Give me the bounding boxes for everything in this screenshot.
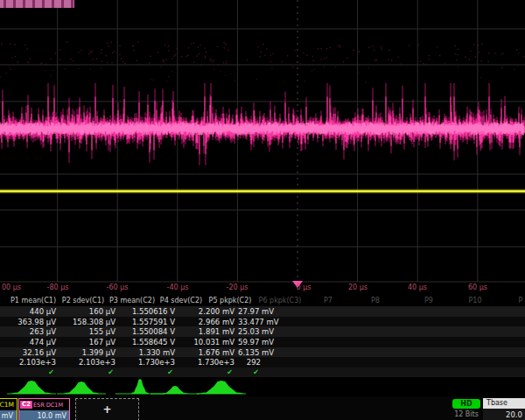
- persistence-speckles: [0, 41, 524, 82]
- measure-row: 474 µV167 µV1.558645 V10.031 mV59.97 mV: [0, 337, 525, 347]
- param-header-unused[interactable]: P8: [371, 297, 380, 304]
- hd-mode-badge: HD: [452, 399, 480, 409]
- measurement-value: 2.103e+3: [60, 358, 119, 367]
- param-header-unused[interactable]: P6 pkpk(C3): [259, 297, 302, 304]
- param-header[interactable]: P1 mean(C1): [10, 297, 56, 304]
- time-axis-label: 0 µs: [297, 284, 312, 291]
- measurement-value: 474 µV: [0, 338, 60, 346]
- measurement-value: 1.399 µV: [60, 348, 119, 357]
- measurement-value: 263 µV: [0, 327, 60, 336]
- measurement-value: 440 µV: [0, 307, 60, 316]
- param-header-unused[interactable]: P10: [468, 297, 481, 304]
- measurement-value: 32.16 µV: [0, 348, 60, 357]
- measurement-value: 25.03 mV: [238, 327, 264, 336]
- measurement-value: 155 µV: [60, 327, 119, 336]
- measurement-value: 2.966 mV: [178, 318, 238, 326]
- c1-descriptor-title: C1M: [0, 399, 17, 410]
- hd-bits-label: 12 Bits: [447, 410, 486, 418]
- timebase-box[interactable]: Tbase 20.0 µs: [483, 398, 525, 420]
- measurement-value: 160 µV: [60, 307, 119, 316]
- histicon[interactable]: [7, 381, 56, 394]
- param-header[interactable]: P4 sdev(C2): [160, 297, 202, 304]
- time-axis-label: -60 µs: [107, 284, 129, 291]
- measurement-value: 1.550616 V: [119, 307, 178, 316]
- timebase-title: Tbase: [483, 398, 525, 409]
- measure-rows: 440 µV160 µV1.550616 V2.200 mV27.97 mV36…: [0, 306, 525, 377]
- measurement-value: 1.676 mV: [178, 348, 238, 357]
- param-header[interactable]: P3 mean(C2): [109, 297, 155, 304]
- timebase-value: 20.0 µs: [483, 409, 525, 420]
- status-check-icon: ✔: [238, 368, 264, 376]
- oscilloscope-screen: 00 µs-80 µs-60 µs-40 µs-20 µs0 µs20 µs40…: [0, 0, 525, 420]
- c1-coupling-label: C1M: [0, 401, 14, 409]
- c2-waveform[interactable]: [0, 83, 524, 165]
- bottom-bar: C1M 0 mV C2 ESR DC1M 10.0 mV + HD 12 Bit…: [0, 396, 525, 420]
- param-header-unused[interactable]: P: [519, 297, 523, 304]
- c1-waveform[interactable]: [0, 189, 525, 193]
- measure-row: 363.98 µV158.308 µV1.557591 V2.966 mV33.…: [0, 317, 525, 327]
- measurement-value: 10.031 mV: [178, 338, 238, 346]
- c2-descriptor-box[interactable]: C2 ESR DC1M 10.0 mV: [18, 398, 70, 420]
- measurement-value: 2.200 mV: [178, 307, 238, 316]
- histicon[interactable]: [57, 382, 106, 394]
- time-axis-label: -20 µs: [227, 284, 248, 291]
- measurement-value: 1.557591 V: [119, 318, 178, 326]
- measurement-value: 33.477 mV: [238, 318, 264, 326]
- time-axis-label: 40 µs: [408, 284, 427, 291]
- measurement-value: 27.97 mV: [238, 307, 264, 316]
- measurement-value: 1.891 mV: [178, 327, 238, 336]
- time-axis-label: 60 µs: [468, 284, 487, 291]
- param-header[interactable]: P2 sdev(C1): [62, 297, 104, 304]
- measurement-value: 1.330 mV: [119, 348, 178, 357]
- time-axis-label: -80 µs: [47, 284, 69, 291]
- top-left-overlay: [0, 0, 74, 8]
- time-axis-labels: 00 µs-80 µs-60 µs-40 µs-20 µs0 µs20 µs40…: [2, 284, 487, 291]
- add-trace-button[interactable]: +: [75, 398, 139, 420]
- time-axis-label: 00 µs: [2, 284, 21, 291]
- status-check-icon: ✔: [119, 368, 178, 376]
- measurement-value: 59.97 mV: [238, 338, 264, 346]
- histicon[interactable]: [150, 386, 200, 394]
- histicon[interactable]: [197, 381, 246, 394]
- param-header-unused[interactable]: P7: [324, 297, 332, 304]
- measurement-value: 167 µV: [60, 338, 119, 346]
- time-axis-label: 20 µs: [348, 284, 368, 291]
- waveform-display[interactable]: 00 µs-80 µs-60 µs-40 µs-20 µs0 µs20 µs40…: [0, 0, 525, 294]
- histicon[interactable]: [116, 379, 164, 394]
- c2-descriptor-title: C2 ESR DC1M: [19, 399, 69, 410]
- c1-scale-value: 0 mV: [0, 410, 17, 420]
- histicon-strip: [0, 378, 525, 396]
- measure-row: 440 µV160 µV1.550616 V2.200 mV27.97 mV: [0, 306, 525, 317]
- status-check-icon: ✔: [0, 368, 60, 376]
- status-check-icon: ✔: [178, 368, 238, 376]
- measurement-value: 158.308 µV: [60, 318, 119, 326]
- measure-row: 32.16 µV1.399 µV1.330 mV1.676 mV6.135 mV: [0, 347, 525, 358]
- param-header-unused[interactable]: P9: [424, 297, 433, 304]
- measurement-value: 1.730e+3: [178, 358, 238, 367]
- param-header[interactable]: P5 pkpk(C2): [209, 297, 252, 304]
- measurement-value: 1.550084 V: [119, 327, 178, 336]
- c1-descriptor-box[interactable]: C1M 0 mV: [0, 398, 18, 420]
- measure-row: 2.103e+32.103e+31.730e+31.730e+3292: [0, 357, 525, 368]
- measurement-value: 2.103e+3: [0, 358, 60, 367]
- status-row: ✔✔✔✔✔: [0, 368, 525, 377]
- status-check-icon: ✔: [60, 368, 119, 376]
- time-axis-label: -40 µs: [167, 284, 189, 291]
- measure-row: 263 µV155 µV1.550084 V1.891 mV25.03 mV: [0, 326, 525, 337]
- measurement-value: 363.98 µV: [0, 318, 60, 326]
- measurement-value: 292: [238, 358, 264, 367]
- measurement-value: 1.730e+3: [119, 358, 178, 367]
- c2-channel-badge: C2: [20, 401, 32, 409]
- measurement-value: 1.558645 V: [119, 338, 178, 346]
- c2-scale-value: 10.0 mV: [19, 410, 69, 420]
- measurement-value: 6.135 mV: [238, 348, 264, 357]
- c2-coupling-label: ESR DC1M: [33, 402, 63, 409]
